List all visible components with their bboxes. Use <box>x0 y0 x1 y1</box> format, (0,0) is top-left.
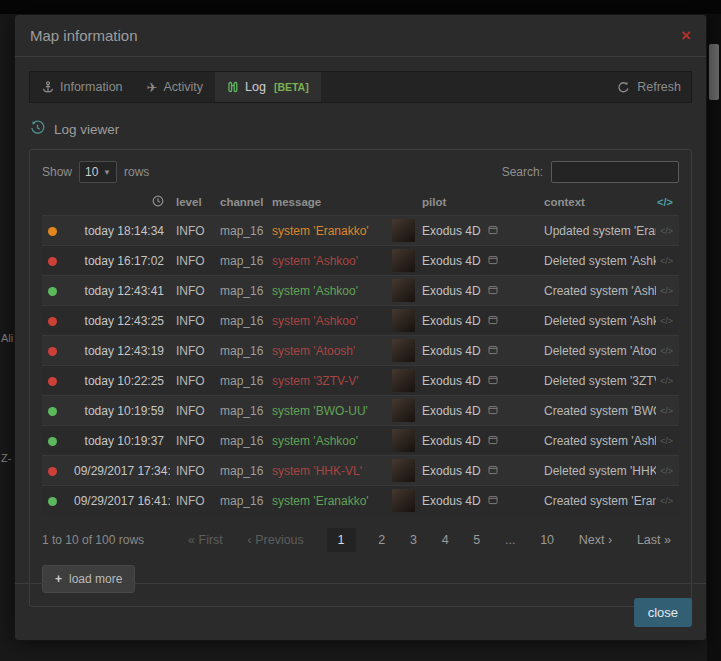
table-row[interactable]: 09/29/2017 17:34:25 INFO map_16 system '… <box>42 456 679 486</box>
table-row[interactable]: today 10:19:37 INFO map_16 system 'Ashko… <box>42 426 679 456</box>
timestamp-cell: today 12:43:41 <box>68 276 170 306</box>
dialog-close-icon[interactable]: × <box>681 27 691 44</box>
window-icon[interactable] <box>488 314 498 328</box>
log-viewer-heading: Log viewer <box>30 120 691 138</box>
window-icon[interactable] <box>488 344 498 358</box>
page-item-4[interactable]: 4 <box>440 529 451 551</box>
context-text: Created system 'Eranakko... <box>544 494 656 508</box>
beta-badge: [BETA] <box>274 81 309 93</box>
tab-log-label: Log <box>245 80 266 94</box>
timestamp-cell: today 18:14:34 <box>68 216 170 246</box>
code-icon: </> <box>660 466 673 476</box>
tab-log[interactable]: Log [BETA] <box>215 72 321 102</box>
window-icon[interactable] <box>488 434 498 448</box>
level-cell: INFO <box>170 366 214 396</box>
pilot-name: Exodus 4D <box>422 494 481 508</box>
table-row[interactable]: today 16:17:02 INFO map_16 system 'Ashko… <box>42 246 679 276</box>
level-cell: INFO <box>170 246 214 276</box>
pilot-name: Exodus 4D <box>422 374 481 388</box>
timestamp-cell: 09/29/2017 16:41:17 <box>68 486 170 516</box>
pilot-cell: Exodus 4D <box>386 456 538 486</box>
col-header-level[interactable]: level <box>170 192 214 216</box>
context-cell: Created system 'BWO-UU'... </> <box>538 396 679 426</box>
pilot-avatar <box>392 219 415 242</box>
context-cell: Created system 'Eranakko... </> <box>538 486 679 516</box>
window-icon[interactable] <box>488 224 498 238</box>
pilot-cell: Exodus 4D <box>386 246 538 276</box>
window-icon[interactable] <box>488 254 498 268</box>
page-item-5[interactable]: 5 <box>471 529 482 551</box>
pilot-cell: Exodus 4D <box>386 486 538 516</box>
status-dot <box>48 287 57 296</box>
pilot-avatar <box>392 399 415 422</box>
pilot-name: Exodus 4D <box>422 314 481 328</box>
status-dot <box>48 497 57 506</box>
status-cell <box>42 336 68 366</box>
search-label: Search: <box>502 165 543 179</box>
level-cell: INFO <box>170 426 214 456</box>
page-item-1[interactable]: 1 <box>327 528 356 552</box>
window-icon[interactable] <box>488 404 498 418</box>
torch-icon <box>227 81 239 93</box>
page-item-next[interactable]: Next › <box>577 529 614 551</box>
table-row[interactable]: today 12:43:19 INFO map_16 system 'Atoos… <box>42 336 679 366</box>
col-header-channel[interactable]: channel <box>214 192 266 216</box>
table-row[interactable]: today 12:43:25 INFO map_16 system 'Ashko… <box>42 306 679 336</box>
context-text: Deleted system 'Ashkoo' ... <box>544 254 656 268</box>
window-icon[interactable] <box>488 284 498 298</box>
plane-icon: ✈ <box>147 81 158 94</box>
col-header-context[interactable]: context </> <box>538 192 679 216</box>
status-dot <box>48 317 57 326</box>
dialog-footer: close <box>15 583 706 640</box>
tab-information[interactable]: Information <box>30 72 135 102</box>
window-icon[interactable] <box>488 464 498 478</box>
table-row[interactable]: today 10:19:59 INFO map_16 system 'BWO-U… <box>42 396 679 426</box>
window-icon[interactable] <box>488 374 498 388</box>
col-header-time[interactable] <box>68 192 170 216</box>
status-cell <box>42 246 68 276</box>
pilot-cell: Exodus 4D <box>386 366 538 396</box>
table-header-row: level channel message pilot context </> <box>42 192 679 216</box>
refresh-button[interactable]: Refresh <box>607 72 691 102</box>
log-table: level channel message pilot context </> … <box>42 192 679 515</box>
table-row[interactable]: 09/29/2017 16:41:17 INFO map_16 system '… <box>42 486 679 516</box>
pilot-avatar <box>392 489 415 512</box>
background-map-label-bottom: Z- <box>1 452 11 464</box>
map-information-dialog: Map information × Information ✈ Activity <box>14 14 707 641</box>
pilot-name: Exodus 4D <box>422 464 481 478</box>
status-cell <box>42 396 68 426</box>
page-scrollbar-thumb[interactable] <box>709 44 719 100</box>
status-cell <box>42 456 68 486</box>
pilot-name: Exodus 4D <box>422 224 481 238</box>
page-size-select[interactable]: 10 ▼ <box>79 161 117 183</box>
table-row[interactable]: today 12:43:41 INFO map_16 system 'Ashko… <box>42 276 679 306</box>
pilot-avatar <box>392 369 415 392</box>
context-cell: Deleted system 'Ashkoo' ... </> <box>538 306 679 336</box>
dialog-header: Map information × <box>15 15 706 57</box>
page-item-2[interactable]: 2 <box>376 529 387 551</box>
page-scrollbar-track[interactable] <box>707 14 721 661</box>
status-cell <box>42 216 68 246</box>
search-input[interactable] <box>551 161 679 183</box>
col-header-message[interactable]: message <box>266 192 386 216</box>
context-text: Created system 'BWO-UU'... <box>544 404 656 418</box>
table-row[interactable]: today 10:22:25 INFO map_16 system '3ZTV-… <box>42 366 679 396</box>
col-header-pilot[interactable]: pilot <box>386 192 538 216</box>
code-icon: </> <box>660 286 673 296</box>
pilot-avatar <box>392 339 415 362</box>
refresh-label: Refresh <box>637 80 681 94</box>
window-icon[interactable] <box>488 494 498 508</box>
table-row[interactable]: today 18:14:34 INFO map_16 system 'Erana… <box>42 216 679 246</box>
tab-activity[interactable]: ✈ Activity <box>135 72 216 102</box>
close-button[interactable]: close <box>634 598 692 627</box>
context-cell: Updated system 'Eranakk... </> <box>538 216 679 246</box>
table-controls: Show 10 ▼ rows Search: <box>42 161 679 183</box>
anchor-icon <box>42 81 54 93</box>
timestamp-cell: today 16:17:02 <box>68 246 170 276</box>
code-icon: </> <box>660 226 673 236</box>
page-item-3[interactable]: 3 <box>408 529 419 551</box>
code-icon: </> <box>660 436 673 446</box>
page-item-10[interactable]: 10 <box>538 529 556 551</box>
page-item-last[interactable]: Last » <box>635 529 673 551</box>
message-cell: system 'Ashkoo' <box>266 306 386 336</box>
